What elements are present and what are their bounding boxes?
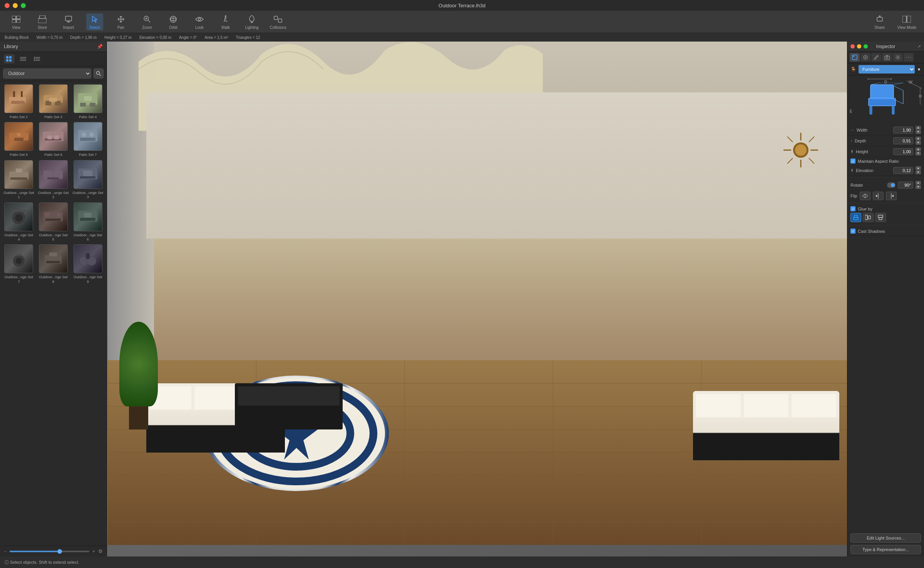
viewmode-icon xyxy=(902,14,912,24)
width-up[interactable]: ▲ xyxy=(916,126,921,130)
svg-rect-98 xyxy=(47,177,59,179)
elevation-up[interactable]: ▲ xyxy=(916,166,921,170)
rotate-input[interactable] xyxy=(898,182,913,189)
maximize-button[interactable] xyxy=(21,3,26,8)
walk-icon xyxy=(221,14,231,24)
library-item-lounge8[interactable]: Outdoor...nge Set 8 xyxy=(38,244,69,284)
cast-shadows-label: Cast Shadows xyxy=(858,229,885,234)
library-item-lounge7[interactable]: Outdoor...nge Set 7 xyxy=(3,244,35,284)
elevation-input[interactable] xyxy=(893,167,913,174)
close-button[interactable] xyxy=(5,3,10,8)
rotate-knob[interactable] xyxy=(887,182,896,188)
zoom-out-icon[interactable]: − xyxy=(4,549,7,554)
minimize-button[interactable] xyxy=(13,3,18,8)
depth-input[interactable] xyxy=(893,137,913,144)
flip-right-button[interactable] xyxy=(886,192,897,200)
maintain-aspect-ratio-checkbox[interactable]: ✓ xyxy=(850,159,855,164)
library-item-lounge1[interactable]: Outdoor...unge Set 1 xyxy=(3,160,35,199)
elevation-down[interactable]: ▼ xyxy=(916,170,921,174)
library-pin-icon[interactable]: 📌 xyxy=(97,44,103,49)
lib-tab-list[interactable] xyxy=(32,54,42,63)
lighting-label: Lighting xyxy=(245,25,258,30)
toolbar-viewmode[interactable]: View Mode xyxy=(897,14,916,30)
width-down[interactable]: ▼ xyxy=(916,130,921,134)
library-item-lounge9[interactable]: Outdoor...nge Set 9 xyxy=(72,244,104,284)
height-input[interactable] xyxy=(893,148,913,155)
category-dropdown[interactable]: Furniture xyxy=(859,65,915,74)
library-item-lounge4[interactable]: Outdoor...nge Set 4 xyxy=(3,202,35,242)
glue-section: ✓ Glue by xyxy=(847,205,924,224)
lib-tab-categories[interactable] xyxy=(18,54,28,63)
library-search-button[interactable] xyxy=(94,68,104,79)
insp-close[interactable] xyxy=(850,44,855,48)
toolbar-import[interactable]: Import xyxy=(60,14,77,30)
toolbar-look[interactable]: Look xyxy=(191,14,208,30)
svg-line-26 xyxy=(809,158,814,164)
width-input[interactable] xyxy=(893,127,913,134)
insp-tab-materials[interactable] xyxy=(860,53,870,62)
toolbar-view[interactable]: View xyxy=(8,14,25,30)
library-title: Library xyxy=(4,44,18,49)
toolbar-zoom[interactable]: Zoom xyxy=(139,14,156,30)
svg-rect-95 xyxy=(16,169,22,172)
library-item-patio7[interactable]: Patio Set 7 xyxy=(72,122,104,157)
glue-wall-button[interactable] xyxy=(863,213,874,222)
svg-point-107 xyxy=(45,213,49,217)
height-up[interactable]: ▲ xyxy=(916,147,921,151)
toolbar-collisions[interactable]: Collisions xyxy=(270,14,286,30)
depth-down[interactable]: ▼ xyxy=(916,141,921,145)
titlebar: Outdoor Terrace.lh3d xyxy=(0,0,924,11)
library-category-dropdown[interactable]: Outdoor xyxy=(3,68,91,79)
toolbar-pan[interactable]: Pan xyxy=(112,14,129,30)
library-item-lounge5[interactable]: Outdoor...nge Set 5 xyxy=(38,202,69,242)
separator-2 xyxy=(847,203,924,203)
glue-ceiling-button[interactable] xyxy=(875,213,886,222)
insp-max[interactable] xyxy=(864,44,868,48)
library-thumb-lounge5 xyxy=(39,202,68,231)
svg-point-20 xyxy=(795,144,807,156)
flip-horizontal-button[interactable] xyxy=(860,192,870,200)
glue-checkbox[interactable]: ✓ xyxy=(850,206,855,211)
library-thumb-lounge4 xyxy=(4,202,33,231)
insp-tab-camera[interactable] xyxy=(882,53,892,62)
depth-up[interactable]: ▲ xyxy=(916,137,921,140)
rotate-down[interactable]: ▼ xyxy=(916,185,921,189)
library-item-patio2[interactable]: Patio Set 2 xyxy=(3,84,35,119)
toolbar-orbit[interactable]: Orbit xyxy=(165,14,182,30)
flip-left-button[interactable] xyxy=(873,192,884,200)
toolbar-select[interactable]: Select xyxy=(86,13,103,30)
toolbar-store[interactable]: Store xyxy=(34,14,51,30)
glue-floor-button[interactable] xyxy=(850,213,861,222)
insp-tab-edit[interactable] xyxy=(871,53,881,62)
library-item-patio3[interactable]: Patio Set 3 xyxy=(38,84,69,119)
lib-label-lounge7: Outdoor...nge Set 7 xyxy=(3,275,35,284)
insp-tab-gear[interactable] xyxy=(893,53,903,62)
edit-light-sources-button[interactable]: Edit Light Sources... xyxy=(850,533,921,543)
toolbar-walk[interactable]: Walk xyxy=(217,14,234,30)
zoom-slider[interactable] xyxy=(10,551,89,552)
svg-point-63 xyxy=(34,57,35,58)
insp-min[interactable] xyxy=(857,44,861,48)
insp-tab-furniture[interactable] xyxy=(850,53,860,62)
depth-stepper: ▲ ▼ xyxy=(916,137,921,145)
type-representation-button[interactable]: Type & Representation... xyxy=(850,545,921,554)
toolbar-share[interactable]: Share xyxy=(871,14,888,30)
rotate-up[interactable]: ▲ xyxy=(916,181,921,185)
height-down[interactable]: ▼ xyxy=(916,152,921,155)
library-item-lounge2[interactable]: Outdoor...unge Set 2 xyxy=(38,160,69,199)
library-item-patio6[interactable]: Patio Set 6 xyxy=(38,122,69,157)
statusbar: Building Block Width = 0,75 m Depth = 1,… xyxy=(0,33,924,42)
zoom-in-icon[interactable]: + xyxy=(92,549,95,554)
zoom-settings-icon[interactable]: ⚙ xyxy=(98,548,103,554)
insp-tab-more[interactable]: ⋯ xyxy=(904,53,914,62)
library-item-lounge6[interactable]: Outdoor...nge Set 6 xyxy=(72,202,104,242)
cast-shadows-checkbox[interactable]: ✓ xyxy=(850,229,855,234)
depth-row: ↕ Depth ▲ ▼ xyxy=(847,135,924,146)
library-item-lounge3[interactable]: Outdoor...unge Set 3 xyxy=(72,160,104,199)
lib-tab-grid[interactable] xyxy=(4,54,15,63)
toolbar-lighting[interactable]: Lighting xyxy=(243,14,260,30)
library-item-patio4[interactable]: Patio Set 4 xyxy=(72,84,104,119)
inspector-expand-icon[interactable]: ↗ xyxy=(917,44,921,49)
library-item-patio5[interactable]: Patio Set 5 xyxy=(3,122,35,157)
window-title: Outdoor Terrace.lh3d xyxy=(439,3,485,8)
